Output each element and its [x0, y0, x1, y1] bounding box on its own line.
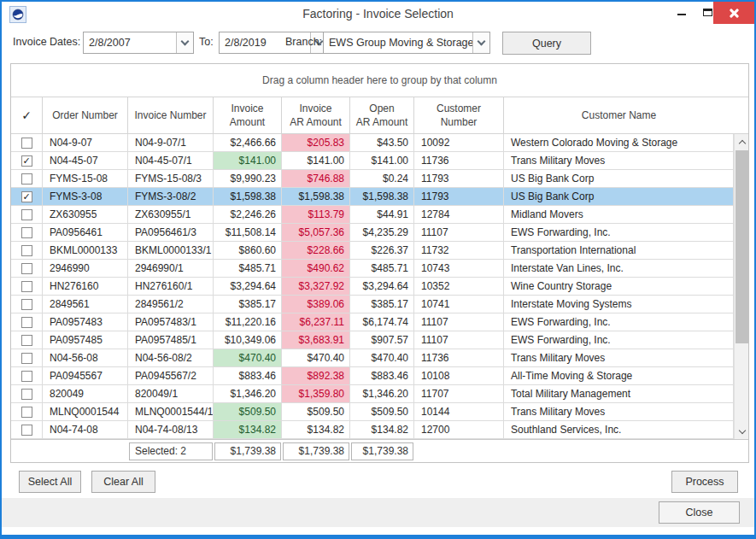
cell-order-number: FYMS-15-08	[43, 170, 128, 188]
cell-invoice-amount: $3,294.64	[214, 278, 282, 296]
column-header-invoice-ar-amount[interactable]: Invoice AR Amount	[282, 97, 350, 133]
checkbox-unchecked[interactable]	[21, 209, 32, 220]
branch-select[interactable]: EWS Group Moving & Storage...	[323, 32, 490, 54]
cell-customer-name: EWS Forwarding, Inc.	[504, 331, 734, 349]
cell-invoice-amount: $860.60	[214, 242, 282, 260]
checkbox-unchecked[interactable]	[21, 138, 32, 149]
column-header-customer-name[interactable]: Customer Name	[504, 97, 734, 133]
scrollbar-down-button[interactable]	[735, 425, 749, 439]
cell-invoice-amount: $509.50	[214, 403, 282, 421]
table-row[interactable]: ZX630955ZX630955/1$2,246.26$113.79$44.91…	[11, 206, 748, 224]
checkbox-unchecked[interactable]	[21, 263, 32, 274]
table-row[interactable]: N04-9-07N04-9-07/1$2,466.66$205.83$43.50…	[11, 134, 748, 152]
row-checkbox-cell	[11, 421, 43, 439]
cell-invoice-ar-amount: $3,683.91	[282, 331, 350, 349]
cell-invoice-number: HN276160/1	[128, 278, 214, 296]
checkbox-unchecked[interactable]	[21, 371, 32, 382]
query-button[interactable]: Query	[502, 32, 591, 55]
minimize-button[interactable]	[671, 2, 693, 22]
process-button[interactable]: Process	[671, 471, 738, 493]
column-header-customer-number[interactable]: Customer Number	[414, 97, 504, 133]
table-row[interactable]: PA0957485PA0957485/1$10,349.06$3,683.91$…	[11, 331, 748, 349]
footer-spacer	[504, 440, 734, 462]
window-title: Factoring - Invoice Selection	[2, 7, 754, 21]
table-row[interactable]: BKML0000133BKML0000133/1$860.60$228.66$2…	[11, 242, 748, 260]
cell-customer-name: EWS Forwarding, Inc.	[504, 224, 734, 242]
close-window-button[interactable]	[713, 2, 754, 24]
table-row[interactable]: ✓N04-45-07N04-45-07/1$141.00$141.00$141.…	[11, 152, 748, 170]
cell-invoice-amount: $134.82	[214, 421, 282, 439]
invoice-grid: Drag a column header here to group by th…	[10, 63, 749, 463]
checkbox-unchecked[interactable]	[21, 245, 32, 256]
cell-customer-number: 10352	[414, 278, 504, 296]
status-bar: Close	[2, 498, 754, 527]
checkbox-unchecked[interactable]	[21, 227, 32, 238]
cell-invoice-number: 820049/1	[128, 385, 214, 403]
row-checkbox-cell: ✓	[11, 188, 43, 206]
cell-invoice-number: FYMS-15-08/3	[128, 170, 214, 188]
cell-customer-number: 10108	[414, 367, 504, 385]
checkbox-checked[interactable]: ✓	[21, 191, 32, 202]
cell-customer-number: 11736	[414, 349, 504, 367]
table-row[interactable]: PA0957483PA0957483/1$11,220.16$6,237.11$…	[11, 313, 748, 331]
close-button[interactable]: Close	[659, 501, 740, 524]
checkbox-unchecked[interactable]	[21, 389, 32, 400]
column-header-order-number[interactable]: Order Number	[43, 97, 128, 133]
cell-customer-number: 11107	[414, 313, 504, 331]
from-date-picker[interactable]: 2/8/2007	[83, 32, 194, 54]
table-row[interactable]: N04-56-08N04-56-08/2$470.40$470.40$470.4…	[11, 349, 748, 367]
cell-invoice-number: 2946990/1	[128, 260, 214, 278]
table-row[interactable]: 29469902946990/1$485.71$490.62$485.71107…	[11, 260, 748, 278]
table-row[interactable]: PA0945567PA0945567/2$883.46$892.38$883.4…	[11, 367, 748, 385]
checkbox-unchecked[interactable]	[21, 317, 32, 328]
invoice-dates-label: Invoice Dates:	[13, 36, 80, 48]
cell-customer-number: 12784	[414, 206, 504, 224]
checkbox-unchecked[interactable]	[21, 299, 32, 310]
branch-dropdown-button[interactable]	[472, 32, 489, 53]
column-header-invoice-number[interactable]: Invoice Number	[128, 97, 214, 133]
cell-open-ar-amount: $509.50	[350, 403, 414, 421]
column-header-invoice-amount[interactable]: Invoice Amount	[214, 97, 282, 133]
table-row[interactable]: N04-74-08N04-74-08/13$134.82$134.82$134.…	[11, 421, 748, 439]
checkbox-unchecked[interactable]	[21, 353, 32, 364]
cell-order-number: N04-9-07	[43, 134, 128, 152]
cell-open-ar-amount: $883.46	[350, 367, 414, 385]
row-checkbox-cell	[11, 134, 43, 152]
cell-order-number: N04-56-08	[43, 349, 128, 367]
checkbox-unchecked[interactable]	[21, 425, 32, 436]
header-spacer	[734, 97, 748, 133]
grid-body: N04-9-07N04-9-07/1$2,466.66$205.83$43.50…	[11, 134, 748, 439]
row-checkbox-cell	[11, 403, 43, 421]
checkbox-unchecked[interactable]	[21, 407, 32, 418]
table-row[interactable]: ✓FYMS-3-08FYMS-3-08/2$1,598.38$1,598.38$…	[11, 188, 748, 206]
table-row[interactable]: PA0956461PA0956461/3$11,508.14$5,057.36$…	[11, 224, 748, 242]
cell-customer-name: Trans Military Moves	[504, 349, 734, 367]
clear-all-button[interactable]: Clear All	[91, 471, 155, 493]
cell-order-number: 820049	[43, 385, 128, 403]
vertical-scrollbar[interactable]	[734, 134, 748, 439]
row-checkbox-cell	[11, 242, 43, 260]
cell-invoice-number: N04-74-08/13	[128, 421, 214, 439]
group-by-panel[interactable]: Drag a column header here to group by th…	[11, 64, 748, 97]
scrollbar-thumb[interactable]	[735, 150, 748, 343]
cell-order-number: FYMS-3-08	[43, 188, 128, 206]
checkbox-checked[interactable]: ✓	[21, 155, 32, 167]
cell-order-number: PA0945567	[43, 367, 128, 385]
checkbox-unchecked[interactable]	[21, 173, 32, 185]
scrollbar-up-button[interactable]	[735, 134, 749, 149]
column-header-open-ar-amount[interactable]: Open AR Amount	[350, 97, 414, 133]
cell-customer-name: Wine Country Storage	[504, 278, 734, 296]
cell-customer-number: 11107	[414, 331, 504, 349]
table-row[interactable]: HN276160HN276160/1$3,294.64$3,327.92$3,2…	[11, 278, 748, 296]
table-row[interactable]: MLNQ0001544MLNQ0001544/1$509.50$509.50$5…	[11, 403, 748, 421]
cell-customer-name: EWS Forwarding, Inc.	[504, 313, 734, 331]
from-date-dropdown-button[interactable]	[176, 32, 193, 53]
table-row[interactable]: 28495612849561/2$385.17$389.06$385.17107…	[11, 296, 748, 313]
select-all-button[interactable]: Select All	[19, 471, 81, 493]
checkbox-unchecked[interactable]	[21, 335, 32, 346]
column-header-check[interactable]: ✓	[11, 97, 43, 133]
table-row[interactable]: 820049820049/1$1,346.20$1,359.80$1,346.2…	[11, 385, 748, 403]
checkbox-unchecked[interactable]	[21, 281, 32, 292]
cell-open-ar-amount: $1,346.20	[350, 385, 414, 403]
table-row[interactable]: FYMS-15-08FYMS-15-08/3$9,990.23$746.88$0…	[11, 170, 748, 188]
